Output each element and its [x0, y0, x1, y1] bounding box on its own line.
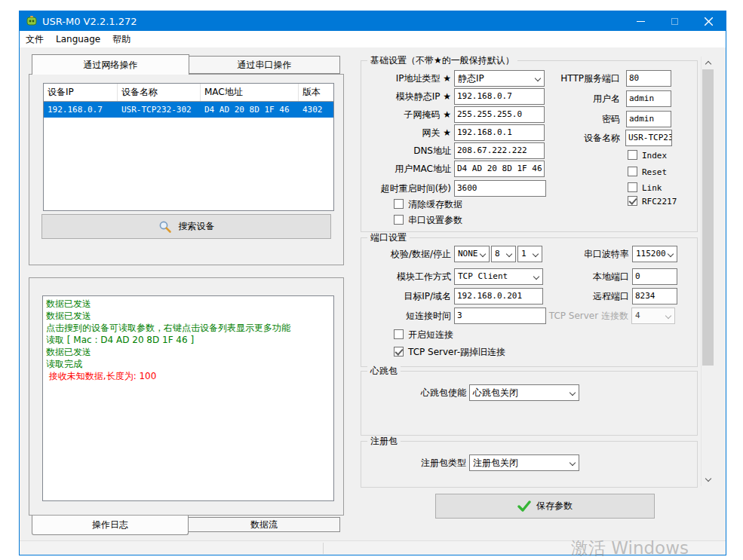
chevron-down-icon: [570, 390, 576, 396]
tab-network-ops[interactable]: 通过网络操作: [32, 54, 189, 75]
serial-param-label: 串口设置参数: [408, 215, 462, 225]
app-icon: [26, 15, 38, 27]
baud-select[interactable]: 115200: [632, 246, 677, 262]
register-type-label: 注册包类型: [361, 454, 466, 471]
parity-value: NONE: [458, 249, 478, 259]
heartbeat-group: 心跳包: [361, 371, 698, 436]
search-device-button[interactable]: 搜索设备: [41, 214, 331, 239]
parity-select[interactable]: NONE: [454, 246, 490, 262]
device-table-header: 设备IP 设备名称 MAC地址 版本: [44, 84, 333, 102]
table-row[interactable]: 192.168.0.7 USR-TCP232-302 D4 AD 20 8D 1…: [44, 102, 333, 118]
minimize-icon: [637, 21, 645, 22]
menu-language[interactable]: Language: [50, 31, 106, 47]
log-line-error: 接收未知数据,长度为: 100: [46, 370, 330, 382]
search-device-label: 搜索设备: [179, 220, 215, 233]
rfc2217-checkbox[interactable]: [628, 196, 637, 206]
baud-value: 115200: [636, 249, 666, 259]
clear-cache-checkbox[interactable]: [394, 199, 404, 209]
index-label: Index: [642, 151, 667, 161]
window-controls: [624, 11, 726, 31]
check-icon: [517, 500, 531, 512]
app-window: USR-M0 V2.2.1.272 文件 Language 帮助 通过网络操作: [19, 11, 726, 555]
short-conn-label: 开启短连接: [408, 329, 453, 340]
gateway-label: 网关 ★: [303, 124, 451, 141]
tab-serial-ops[interactable]: 通过串口操作: [189, 56, 340, 74]
device-name-field[interactable]: USR-TCP23: [625, 130, 672, 146]
operation-log[interactable]: 数据已发送 数据已发送 点击搜到的设备可读取参数，右键点击设备列表显示更多功能 …: [42, 295, 334, 501]
tcp-conn-count-value: 4: [635, 311, 640, 320]
port-settings-title: 端口设置: [367, 232, 410, 243]
parity-label: 校验/数据/停止: [303, 246, 451, 262]
scroll-down-button[interactable]: [702, 473, 714, 486]
menu-help[interactable]: 帮助: [106, 31, 137, 47]
workmode-select[interactable]: TCP Client: [454, 268, 543, 285]
heartbeat-enable-value: 心跳包关闭: [473, 387, 518, 398]
user-mac-label: 用户MAC地址: [303, 161, 451, 177]
local-port-label: 本地端口: [539, 268, 629, 285]
heartbeat-title: 心跳包: [367, 366, 401, 377]
tab-serial-ops-label: 通过串口操作: [238, 60, 292, 70]
password-label: 密码: [507, 111, 620, 127]
timeout-label: 超时重启时间(秒): [303, 180, 451, 197]
chevron-down-icon: [506, 251, 512, 257]
remote-port-field[interactable]: 8234: [632, 288, 677, 304]
kick-old-conn-label: TCP Server-踢掉旧连接: [408, 347, 505, 357]
local-port-field[interactable]: 0: [632, 268, 677, 285]
save-params-button[interactable]: 保存参数: [435, 494, 655, 519]
password-field[interactable]: admin: [626, 111, 671, 127]
tab-data-stream-label: 数据流: [250, 519, 278, 530]
timeout-field[interactable]: 3600: [454, 180, 546, 197]
register-type-select[interactable]: 注册包关闭: [469, 454, 579, 471]
register-title: 注册包: [367, 436, 401, 447]
user-mac-field[interactable]: D4 AD 20 8D 1F 46: [454, 161, 545, 177]
col-device-name[interactable]: 设备名称: [118, 84, 201, 101]
col-mac[interactable]: MAC地址: [201, 84, 299, 101]
link-checkbox[interactable]: [628, 182, 637, 192]
serial-param-checkbox[interactable]: [394, 215, 404, 225]
http-port-field[interactable]: 80: [626, 70, 671, 87]
menu-file[interactable]: 文件: [20, 31, 50, 47]
cell-mac: D4 AD 20 8D 1F 46: [201, 102, 299, 118]
window-title: USR-M0 V2.2.1.272: [42, 16, 137, 27]
tab-data-stream[interactable]: 数据流: [188, 517, 340, 532]
base-settings-title: 基础设置（不带★的一般保持默认）: [367, 55, 517, 66]
username-field[interactable]: admin: [626, 90, 671, 107]
chevron-down-icon: [705, 476, 711, 482]
http-port-label: HTTP服务端口: [507, 70, 620, 87]
rfc2217-label: RFC2217: [642, 197, 677, 207]
stopbits-value: 1: [521, 249, 527, 259]
reset-checkbox[interactable]: [628, 167, 637, 176]
scrollbar-thumb[interactable]: [702, 69, 714, 366]
chevron-down-icon: [480, 251, 486, 257]
heartbeat-enable-select[interactable]: 心跳包关闭: [469, 384, 579, 401]
dest-ip-field[interactable]: 192.168.0.201: [454, 288, 543, 304]
minimize-button[interactable]: [624, 11, 658, 31]
register-type-value: 注册包关闭: [473, 457, 518, 468]
kick-old-conn-checkbox[interactable]: [394, 347, 404, 357]
chevron-up-icon: [705, 61, 711, 67]
save-params-label: 保存参数: [536, 500, 573, 513]
tab-operation-log[interactable]: 操作日志: [32, 516, 189, 535]
col-device-ip[interactable]: 设备IP: [44, 84, 118, 101]
remote-port-label: 远程端口: [539, 288, 629, 304]
dest-ip-label: 目标IP/域名: [303, 288, 451, 304]
close-icon: [705, 17, 713, 26]
log-line: 点击搜到的设备可读取参数，右键点击设备列表显示更多功能: [46, 322, 330, 334]
databits-select[interactable]: 8: [491, 246, 516, 262]
clear-cache-label: 清除缓存数据: [408, 199, 462, 210]
scroll-up-button[interactable]: [702, 57, 714, 69]
tab-operation-log-label: 操作日志: [92, 519, 128, 530]
maximize-button[interactable]: [658, 11, 692, 31]
tcp-conn-count-label: TCP Server 连接数: [530, 308, 628, 324]
close-button[interactable]: [692, 11, 726, 31]
cell-device-name: USR-TCP232-302: [118, 102, 201, 118]
static-ip-label: 模块静态IP ★: [303, 88, 451, 105]
short-conn-checkbox[interactable]: [394, 329, 404, 339]
workmode-label: 模块工作方式: [303, 268, 451, 285]
username-label: 用户名: [507, 90, 620, 107]
settings-scrollbar[interactable]: [701, 57, 714, 486]
index-checkbox[interactable]: [628, 150, 637, 160]
heartbeat-enable-label: 心跳包使能: [361, 384, 466, 401]
windows-activation-watermark: 激活 Windows: [571, 537, 689, 560]
tcp-conn-count-select: 4: [631, 308, 675, 324]
